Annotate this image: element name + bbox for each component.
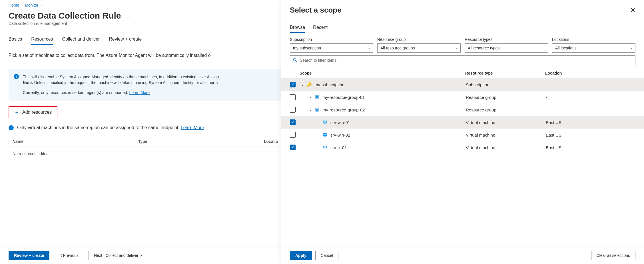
chevron-down-icon: ⌄ <box>455 45 458 49</box>
learn-more-link[interactable]: Learn More <box>129 90 150 95</box>
tab-browse[interactable]: Browse <box>290 25 305 33</box>
row-location: East US <box>546 133 635 137</box>
col-resource-type: Resource type <box>465 71 545 75</box>
review-create-button[interactable]: Review + create <box>9 251 49 260</box>
row-type: Virtual machine <box>466 120 546 125</box>
row-name: my-subscription <box>314 82 466 87</box>
svg-rect-8 <box>324 123 326 124</box>
svg-rect-14 <box>324 149 326 149</box>
row-name: srv-lx-01 <box>330 145 466 150</box>
chevron-right-icon[interactable]: › <box>308 95 313 99</box>
cancel-button[interactable]: Cancel <box>315 251 339 260</box>
scope-row[interactable]: ›my-resource-group-01Resource group- <box>281 91 644 103</box>
page-title: Create Data Collection Rule <box>9 11 121 21</box>
scope-row[interactable]: ⌄🔑my-subscriptionSubscription- <box>281 78 644 91</box>
key-icon: 🔑 <box>306 82 312 87</box>
filter-row: Subscription my-subscription ⌄ Resource … <box>281 33 644 55</box>
next-button[interactable]: Next : Collect and deliver > <box>89 251 147 260</box>
chevron-down-icon: ⌄ <box>543 45 545 49</box>
row-type: Virtual machine <box>466 145 546 150</box>
scope-row[interactable]: ⌄my-resource-group-02Resource group- <box>281 103 644 116</box>
row-name: srv-win-01 <box>330 120 466 125</box>
row-location: - <box>546 107 635 112</box>
row-location: East US <box>546 145 635 150</box>
col-type[interactable]: Type <box>138 139 264 144</box>
tab-recent[interactable]: Recent <box>313 25 328 33</box>
svg-point-0 <box>293 58 296 61</box>
row-checkbox[interactable] <box>290 82 296 87</box>
svg-rect-10 <box>324 134 326 135</box>
scope-row[interactable]: srv-win-01Virtual machineEast US <box>281 116 644 129</box>
col-scope: Scope <box>300 71 465 75</box>
col-name[interactable]: Name <box>13 139 138 144</box>
svg-rect-13 <box>324 146 326 148</box>
row-type: Resource group <box>466 107 546 112</box>
svg-rect-3 <box>316 96 318 98</box>
locations-select[interactable]: All locations ⌄ <box>552 43 635 53</box>
row-type: Subscription <box>466 82 546 87</box>
panel-tabs: Browse Recent <box>281 25 644 33</box>
resource-types-select[interactable]: All resource types ⌄ <box>465 43 548 53</box>
apply-button[interactable]: Apply <box>290 251 312 260</box>
scope-row[interactable]: srv-win-02Virtual machineEast US <box>281 129 644 141</box>
row-checkbox[interactable] <box>290 119 296 125</box>
breadcrumb-home[interactable]: Home <box>9 3 19 7</box>
resource-group-icon <box>314 95 320 100</box>
search-input[interactable] <box>290 55 635 65</box>
resource-types-label: Resource types <box>465 37 548 42</box>
svg-rect-5 <box>316 109 318 111</box>
breadcrumb-monitor[interactable]: Monitor <box>25 3 38 7</box>
previous-button[interactable]: < Previous <box>54 251 84 260</box>
tab-basics[interactable]: Basics <box>9 37 22 45</box>
col-location: Location <box>545 71 635 75</box>
more-actions-button[interactable]: ··· <box>125 15 131 19</box>
add-resources-button[interactable]: ＋ Add resources <box>9 106 57 118</box>
subscription-select[interactable]: my-subscription ⌄ <box>290 43 373 53</box>
panel-footer: Apply Cancel Clear all selections <box>281 247 644 264</box>
svg-rect-11 <box>324 136 326 137</box>
info-icon: i <box>14 74 19 79</box>
tab-resources[interactable]: Resources <box>31 37 53 45</box>
chevron-down-icon: ⌄ <box>368 45 371 49</box>
row-location: East US <box>546 120 635 125</box>
add-resources-label: Add resources <box>22 110 52 115</box>
row-location: - <box>546 95 635 100</box>
row-name: srv-win-02 <box>330 133 466 137</box>
scope-row[interactable]: srv-lx-01Virtual machineEast US <box>281 141 644 154</box>
chevron-down-icon[interactable]: ⌄ <box>300 83 305 87</box>
clear-selections-button[interactable]: Clear all selections <box>591 251 636 260</box>
search-icon <box>293 58 297 63</box>
row-checkbox[interactable] <box>290 145 296 150</box>
info-icon: i <box>9 125 14 130</box>
vm-icon <box>322 145 328 150</box>
row-checkbox[interactable] <box>290 132 296 138</box>
chevron-down-icon[interactable]: ⌄ <box>308 108 313 112</box>
row-type: Resource group <box>466 95 546 100</box>
row-checkbox[interactable] <box>290 94 296 100</box>
panel-title: Select a scope <box>290 6 342 15</box>
chevron-right-icon: › <box>41 3 42 7</box>
resource-group-icon <box>314 107 320 112</box>
search-field[interactable] <box>300 56 632 65</box>
chevron-right-icon: › <box>21 3 23 7</box>
vm-icon <box>322 120 328 125</box>
plus-icon: ＋ <box>14 110 19 115</box>
row-name: my-resource-group-01 <box>322 95 466 100</box>
svg-rect-7 <box>324 121 326 123</box>
resource-group-select[interactable]: All resource groups ⌄ <box>377 43 461 53</box>
row-checkbox[interactable] <box>290 107 296 113</box>
row-name: my-resource-group-02 <box>322 107 466 112</box>
tab-collect[interactable]: Collect and deliver <box>62 37 100 45</box>
resource-group-label: Resource group <box>377 37 461 42</box>
row-location: - <box>546 82 635 87</box>
chevron-down-icon: ⌄ <box>630 45 633 49</box>
scope-header-row: Scope Resource type Location <box>281 68 644 78</box>
locations-label: Locations <box>552 37 635 42</box>
subscription-label: Subscription <box>290 37 373 42</box>
learn-more-link[interactable]: Learn More <box>181 125 204 130</box>
close-icon[interactable]: ✕ <box>630 7 635 13</box>
row-type: Virtual machine <box>466 133 546 137</box>
vm-icon <box>322 132 328 137</box>
scope-rows: ⌄🔑my-subscriptionSubscription-›my-resour… <box>281 78 644 247</box>
tab-review[interactable]: Review + create <box>109 37 142 45</box>
